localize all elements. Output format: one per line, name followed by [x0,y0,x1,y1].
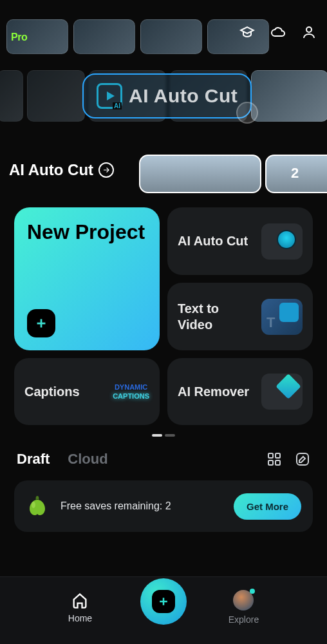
svg-rect-1 [268,453,273,458]
banner-thumb[interactable] [0,70,23,122]
tool-label: Text to Video [178,301,256,333]
draft-tabs-row: Draft Cloud [0,437,327,468]
nav-home[interactable]: Home [68,591,92,623]
get-more-button[interactable]: Get More [234,493,301,520]
svg-rect-2 [276,453,280,458]
carousel-lead[interactable]: AI Auto Cut [0,155,135,193]
plus-icon [27,309,55,337]
nav-label: Home [68,613,92,623]
svg-point-6 [32,502,35,508]
bell-pepper-icon [23,492,51,520]
bottom-nav: Home Explore [0,576,327,644]
svg-point-0 [306,27,312,32]
carousel-count-badge: 2 [291,165,321,182]
ai-cut-icon [261,223,303,260]
cloud-icon[interactable] [270,24,286,40]
captions-icon: DYNAMIC CAPTIONS [113,383,149,401]
top-template-strip: Pro [0,0,327,61]
template-card[interactable] [73,19,135,54]
promo-text: Free saves remaining: 2 [61,500,225,512]
tool-label: Captions [24,384,80,400]
carousel-title: AI Auto Cut [9,161,93,179]
ai-auto-cut-button[interactable]: AI Auto Cut [167,207,313,275]
template-card-pro[interactable]: Pro [6,19,68,54]
ai-autocut-logo-icon [97,83,122,109]
svg-rect-3 [268,460,273,465]
template-card[interactable] [140,19,202,54]
tool-grid: New Project AI Auto Cut Text to Video Ca… [0,200,327,425]
nav-create-button[interactable] [140,578,187,625]
tool-label: AI Remover [178,384,249,400]
edit-icon[interactable] [295,451,310,467]
profile-icon[interactable] [301,24,317,40]
ai-autocut-banner-pill[interactable]: AI Auto Cut [82,73,252,118]
banner-title: AI Auto Cut [129,85,238,107]
ai-remover-button[interactable]: AI Remover [167,358,313,425]
captions-button[interactable]: Captions DYNAMIC CAPTIONS [14,358,160,425]
tool-label: AI Auto Cut [178,233,248,249]
tab-cloud[interactable]: Cloud [68,451,107,468]
text-to-video-button[interactable]: Text to Video [167,283,313,350]
grid-view-icon[interactable] [266,451,282,467]
arrow-right-icon [98,162,114,178]
text-to-video-icon [261,299,303,335]
academy-icon[interactable] [239,24,255,40]
pro-badge: Pro [11,32,27,43]
banner-thumb[interactable] [251,70,327,122]
eraser-icon [261,374,303,410]
svg-rect-5 [297,453,308,465]
new-project-label: New Project [27,220,147,244]
explore-icon [233,590,254,611]
nav-label: Explore [229,614,259,625]
plus-icon [152,590,175,613]
new-project-button[interactable]: New Project [14,207,160,350]
banner-thumb[interactable] [27,70,85,122]
nav-explore[interactable]: Explore [229,590,259,625]
carousel-item[interactable] [139,155,261,193]
svg-rect-4 [276,460,280,465]
tab-draft[interactable]: Draft [17,451,50,468]
featured-carousel[interactable]: AI Auto Cut 2 [0,155,327,200]
ai-autocut-banner-strip: AI Auto Cut [0,67,327,131]
free-saves-promo: Free saves remaining: 2 Get More [14,480,313,532]
